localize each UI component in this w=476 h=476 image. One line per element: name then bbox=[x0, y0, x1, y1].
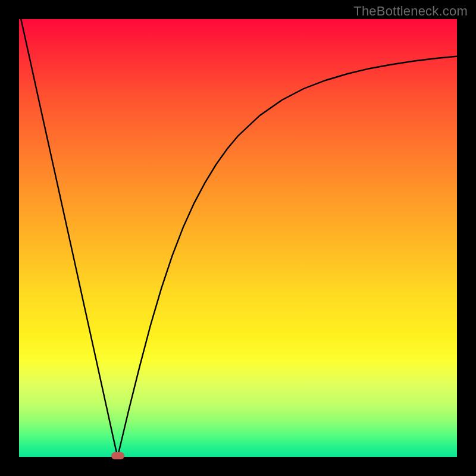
min-marker bbox=[111, 452, 124, 459]
chart-frame: TheBottleneck.com bbox=[0, 0, 476, 476]
bottleneck-curve-left bbox=[19, 10, 118, 457]
plot-area bbox=[19, 19, 457, 457]
watermark-text: TheBottleneck.com bbox=[353, 4, 468, 19]
curve-layer bbox=[19, 19, 457, 457]
bottleneck-curve-right bbox=[118, 57, 457, 457]
